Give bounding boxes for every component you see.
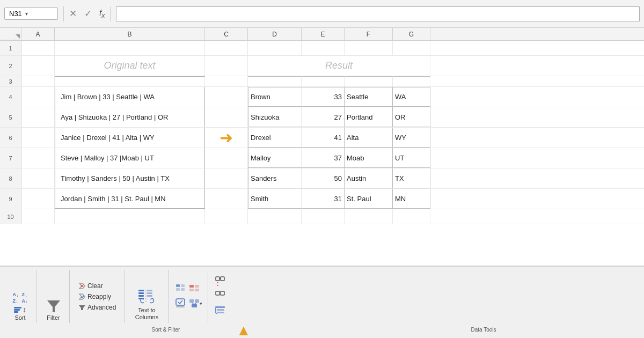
cell-a3[interactable] <box>21 76 55 86</box>
ungroup-button[interactable] <box>215 290 225 303</box>
row-num-10[interactable]: 10 <box>0 209 21 224</box>
cell-c10[interactable] <box>205 209 248 224</box>
cell-g5[interactable]: OR <box>393 107 430 127</box>
sort-az-icon[interactable]: A ↓ Z ↓ <box>13 292 19 304</box>
cell-b8[interactable]: Timothy | Sanders | 50 | Austin | TX <box>55 168 205 188</box>
cell-b10[interactable] <box>55 209 205 224</box>
flash-fill-button[interactable] <box>175 283 186 296</box>
cell-a8[interactable] <box>21 168 55 188</box>
cell-b2-original-header[interactable]: Original text <box>55 56 205 76</box>
cell-c5[interactable] <box>205 107 248 127</box>
sort-button[interactable]: ↕ Sort <box>14 307 26 321</box>
cell-ref-dropdown-icon[interactable]: ▾ <box>25 11 28 17</box>
cell-g8[interactable]: TX <box>393 168 430 188</box>
col-header-c[interactable]: C <box>205 28 248 40</box>
row-num-2[interactable]: 2 <box>0 56 21 76</box>
col-header-b[interactable]: B <box>55 28 205 40</box>
cell-f3[interactable] <box>345 76 393 86</box>
row-num-3[interactable]: 3 <box>0 76 21 86</box>
fx-icon[interactable]: fx <box>99 8 105 19</box>
cell-d2-result-header[interactable]: Result <box>248 56 430 76</box>
row-num-7[interactable]: 7 <box>0 148 21 168</box>
cancel-icon[interactable]: ✕ <box>69 8 77 19</box>
col-header-g[interactable]: G <box>393 28 430 40</box>
reapply-button[interactable]: Reapply <box>76 292 113 302</box>
formula-input[interactable] <box>116 6 640 21</box>
cell-g9[interactable]: MN <box>393 189 430 209</box>
cell-d3[interactable] <box>248 76 302 86</box>
cell-d8[interactable]: Sanders <box>248 168 302 188</box>
cell-c4[interactable] <box>205 87 248 107</box>
cell-c2[interactable] <box>205 56 248 76</box>
cell-f8[interactable]: Austin <box>345 168 393 188</box>
cell-d5[interactable]: Shizuoka <box>248 107 302 127</box>
cell-f1[interactable] <box>345 41 393 55</box>
text-to-columns-button[interactable]: Text toColumns <box>135 288 158 321</box>
cell-c3[interactable] <box>205 76 248 86</box>
remove-duplicates-button[interactable] <box>189 283 200 296</box>
cell-e8[interactable]: 50 <box>302 168 345 188</box>
cell-g3[interactable] <box>393 76 430 86</box>
cell-a2[interactable] <box>21 56 55 76</box>
confirm-icon[interactable]: ✓ <box>84 8 92 19</box>
row-num-8[interactable]: 8 <box>0 168 21 188</box>
clear-button[interactable]: Clear <box>76 281 105 291</box>
cell-g1[interactable] <box>393 41 430 55</box>
col-header-d[interactable]: D <box>248 28 302 40</box>
cell-b3[interactable] <box>55 76 205 86</box>
cell-d7[interactable]: Malloy <box>248 148 302 168</box>
cell-g7[interactable]: UT <box>393 148 430 168</box>
cell-a5[interactable] <box>21 107 55 127</box>
cell-b5[interactable]: Aya | Shizuoka | 27 | Portland | OR <box>55 107 205 127</box>
group-button[interactable]: ● ● <box>215 276 225 288</box>
cell-e3[interactable] <box>302 76 345 86</box>
cell-a9[interactable] <box>21 189 55 209</box>
cell-c9[interactable] <box>205 189 248 209</box>
row-num-1[interactable]: 1 <box>0 41 21 55</box>
cell-reference-box[interactable]: N31 ▾ <box>4 8 58 20</box>
cell-d6[interactable]: Drexel <box>248 128 302 148</box>
cell-f4[interactable]: Seattle <box>345 87 393 107</box>
cell-g6[interactable]: WY <box>393 128 430 148</box>
col-header-f[interactable]: F <box>345 28 393 40</box>
cell-b4[interactable]: Jim | Brown | 33 | Seattle | WA <box>55 87 205 107</box>
cell-d9[interactable]: Smith <box>248 189 302 209</box>
cell-b9[interactable]: Jordan | Smith | 31 | St. Paul | MN <box>55 189 205 209</box>
cell-b1[interactable] <box>55 41 205 55</box>
cell-g4[interactable]: WA <box>393 87 430 107</box>
subtotal-button[interactable] <box>215 305 225 317</box>
cell-a6[interactable] <box>21 128 55 148</box>
row-num-6[interactable]: 6 <box>0 128 21 148</box>
cell-e5[interactable]: 27 <box>302 107 345 127</box>
row-num-5[interactable]: 5 <box>0 107 21 127</box>
row-num-9[interactable]: 9 <box>0 189 21 209</box>
cell-b6[interactable]: Janice | Drexel | 41 | Alta | WY <box>55 128 205 148</box>
cell-d4[interactable]: Brown <box>248 87 302 107</box>
cell-a10[interactable] <box>21 209 55 224</box>
cell-g10[interactable] <box>393 209 430 224</box>
cell-c7[interactable] <box>205 148 248 168</box>
cell-e1[interactable] <box>302 41 345 55</box>
advanced-button[interactable]: ≡ Advanced <box>76 303 118 312</box>
sort-za-icon[interactable]: Z ↓ A ↓ <box>22 292 28 304</box>
filter-button[interactable]: Filter <box>46 298 61 321</box>
cell-e4[interactable]: 33 <box>302 87 345 107</box>
cell-c1[interactable] <box>205 41 248 55</box>
select-all-button[interactable] <box>0 28 21 40</box>
data-validation-button[interactable] <box>175 298 186 310</box>
cell-f10[interactable] <box>345 209 393 224</box>
cell-c8[interactable] <box>205 168 248 188</box>
cell-a4[interactable] <box>21 87 55 107</box>
col-header-e[interactable]: E <box>302 28 345 40</box>
cell-f5[interactable]: Portland <box>345 107 393 127</box>
cell-f6[interactable]: Alta <box>345 128 393 148</box>
cell-d1[interactable] <box>248 41 302 55</box>
cell-b7[interactable]: Steve | Malloy | 37 |Moab | UT <box>55 148 205 168</box>
consolidate-button[interactable]: ▾ <box>189 298 202 310</box>
cell-f9[interactable]: St. Paul <box>345 189 393 209</box>
col-header-a[interactable]: A <box>21 28 55 40</box>
cell-f7[interactable]: Moab <box>345 148 393 168</box>
cell-e6[interactable]: 41 <box>302 128 345 148</box>
cell-e7[interactable]: 37 <box>302 148 345 168</box>
cell-e9[interactable]: 31 <box>302 189 345 209</box>
